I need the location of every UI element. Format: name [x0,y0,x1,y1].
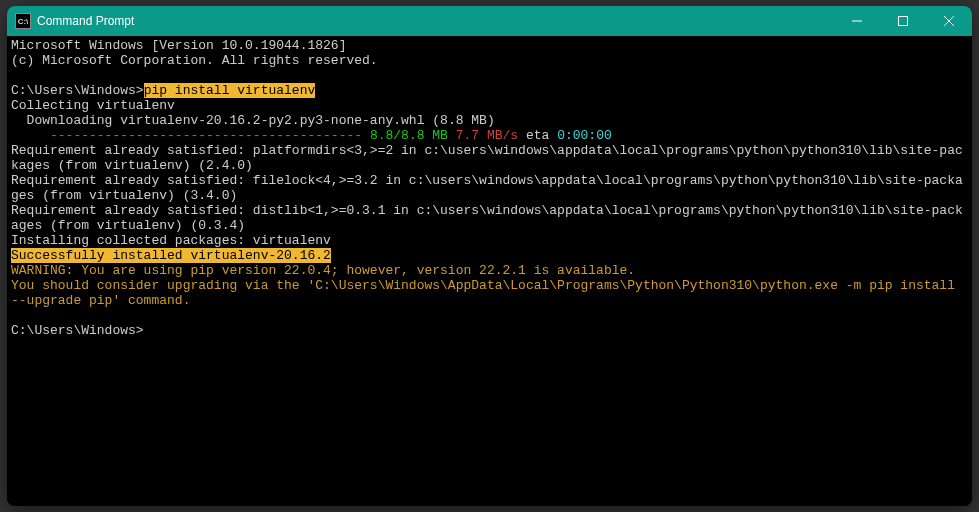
warning-line: WARNING: You are using pip version 22.0.… [11,263,968,278]
output-blank [11,308,968,323]
output-line: (c) Microsoft Corporation. All rights re… [11,53,968,68]
output-blank [11,68,968,83]
output-line: Microsoft Windows [Version 10.0.19044.18… [11,38,968,53]
progress-line: ----------------------------------------… [11,128,968,143]
output-line: Installing collected packages: virtualen… [11,233,968,248]
warning-line: You should consider upgrading via the 'C… [11,278,968,308]
output-line: Downloading virtualenv-20.16.2-py2.py3-n… [11,113,968,128]
output-line: Requirement already satisfied: distlib<1… [11,203,968,233]
output-line: Requirement already satisfied: filelock<… [11,173,968,203]
window-title: Command Prompt [37,14,134,28]
titlebar[interactable]: C:\ Command Prompt [7,6,972,36]
output-line: C:\Users\Windows>pip install virtualenv [11,83,968,98]
progress-eta-label: eta [518,128,557,143]
highlighted-command: pip install virtualenv [144,83,316,98]
progress-speed: 7.7 MB/s [448,128,518,143]
progress-pad [11,128,50,143]
cmd-icon: C:\ [15,13,31,29]
output-line: Collecting virtualenv [11,98,968,113]
prompt-text: C:\Users\Windows> [11,83,144,98]
progress-bar: ---------------------------------------- [50,128,370,143]
minimize-icon [852,16,862,26]
close-button[interactable] [926,6,972,36]
maximize-button[interactable] [880,6,926,36]
output-line: Successfully installed virtualenv-20.16.… [11,248,968,263]
minimize-button[interactable] [834,6,880,36]
prompt-line: C:\Users\Windows> [11,323,968,338]
maximize-icon [898,16,908,26]
progress-eta: 0:00:00 [557,128,612,143]
output-line: Requirement already satisfied: platformd… [11,143,968,173]
highlighted-success: Successfully installed virtualenv-20.16.… [11,248,331,263]
command-prompt-window: C:\ Command Prompt Microsoft Windows [Ve… [7,6,972,506]
terminal-output[interactable]: Microsoft Windows [Version 10.0.19044.18… [7,36,972,506]
svg-rect-1 [899,17,908,26]
close-icon [944,16,954,26]
progress-size: 8.8/8.8 MB [370,128,448,143]
prompt-text: C:\Users\Windows> [11,323,144,338]
